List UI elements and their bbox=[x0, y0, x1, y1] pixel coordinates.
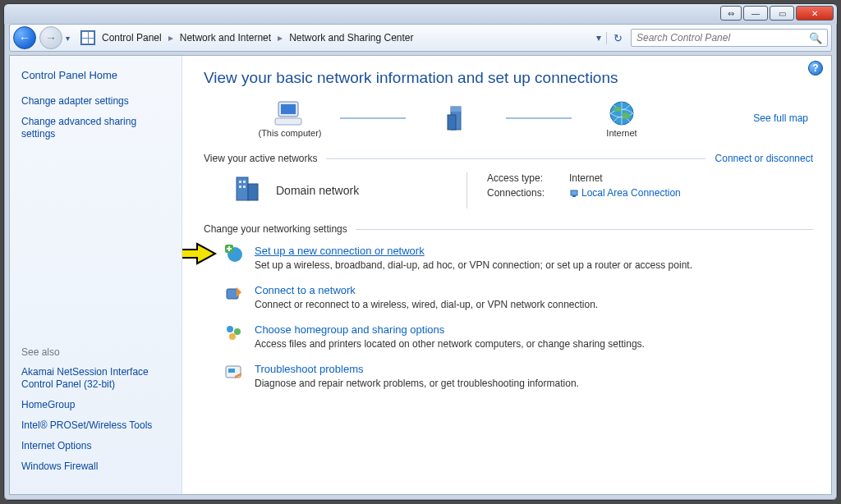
svg-rect-2 bbox=[275, 118, 301, 125]
setup-connection-icon bbox=[223, 243, 245, 264]
address-bar: ← → ▾ Control Panel ▸ Network and Intern… bbox=[9, 24, 832, 52]
task-link[interactable]: Connect to a network bbox=[255, 284, 356, 296]
task-link[interactable]: Choose homegroup and sharing options bbox=[255, 323, 444, 336]
map-node-this-computer[interactable]: (This computer) bbox=[245, 99, 335, 138]
troubleshoot-icon bbox=[223, 361, 245, 383]
arrow-left-icon: ← bbox=[19, 31, 30, 44]
map-node-internet[interactable]: Internet bbox=[577, 99, 667, 138]
lan-icon bbox=[569, 189, 579, 199]
seealso-intel-proset[interactable]: Intel® PROSet/Wireless Tools bbox=[21, 419, 170, 432]
globe-icon bbox=[604, 99, 640, 128]
active-networks-header: View your active networks Connect or dis… bbox=[204, 153, 813, 164]
svg-point-21 bbox=[227, 326, 233, 332]
forward-button[interactable]: → bbox=[39, 26, 62, 49]
network-map: (This computer) Internet See full map bbox=[245, 99, 813, 138]
task-desc: Set up a wireless, broadband, dial-up, a… bbox=[255, 259, 692, 271]
domain-network-icon bbox=[232, 172, 264, 208]
control-panel-home-link[interactable]: Control Panel Home bbox=[21, 69, 170, 82]
back-button[interactable]: ← bbox=[13, 26, 36, 49]
svg-rect-12 bbox=[243, 181, 246, 183]
node-label: (This computer) bbox=[258, 128, 321, 138]
svg-rect-5 bbox=[448, 115, 456, 130]
svg-rect-11 bbox=[239, 181, 241, 183]
network-name[interactable]: Domain network bbox=[276, 184, 359, 197]
page-title: View your basic network information and … bbox=[204, 69, 813, 87]
svg-rect-10 bbox=[248, 184, 258, 200]
task-link[interactable]: Set up a new connection or network bbox=[255, 245, 425, 257]
node-label: Internet bbox=[606, 128, 636, 138]
access-type-value: Internet bbox=[569, 172, 603, 184]
arrow-right-icon: → bbox=[45, 31, 57, 44]
task-connect-network[interactable]: Connect to a network Connect or reconnec… bbox=[223, 282, 813, 310]
search-icon[interactable]: 🔍 bbox=[809, 32, 822, 44]
see-full-map-link[interactable]: See full map bbox=[753, 112, 813, 124]
maximize-button[interactable]: ▭ bbox=[770, 6, 794, 21]
seealso-windows-firewall[interactable]: Windows Firewall bbox=[21, 460, 170, 473]
task-link[interactable]: Troubleshoot problems bbox=[255, 363, 363, 375]
computer-icon bbox=[272, 99, 308, 128]
task-desc: Connect or reconnect to a wireless, wire… bbox=[255, 299, 598, 310]
task-homegroup-sharing[interactable]: Choose homegroup and sharing options Acc… bbox=[223, 322, 813, 350]
highlight-arrow-icon bbox=[182, 241, 218, 269]
side-pane: Control Panel Home Change adapter settin… bbox=[10, 56, 182, 494]
server-icon bbox=[438, 103, 474, 133]
svg-point-8 bbox=[622, 112, 630, 119]
search-input[interactable] bbox=[636, 32, 809, 44]
access-type-label: Access type: bbox=[487, 172, 561, 184]
crumb-network-sharing-center[interactable]: Network and Sharing Center bbox=[286, 32, 416, 44]
svg-rect-25 bbox=[228, 369, 235, 373]
task-setup-connection[interactable]: Set up a new connection or network Set u… bbox=[223, 243, 813, 271]
main-pane: ? View your basic network information an… bbox=[182, 56, 831, 494]
svg-rect-15 bbox=[571, 190, 577, 195]
close-button[interactable]: ✕ bbox=[796, 6, 834, 21]
extra-button[interactable]: ⇔ bbox=[720, 6, 742, 21]
breadcrumb: Control Panel ▸ Network and Internet ▸ N… bbox=[99, 32, 417, 44]
connections-label: Connections: bbox=[487, 187, 561, 199]
change-settings-header: Change your networking settings bbox=[204, 223, 813, 235]
map-node-gateway[interactable] bbox=[411, 103, 501, 133]
map-connector bbox=[340, 117, 406, 119]
window-frame: ⇔ — ▭ ✕ ← → ▾ Control Panel ▸ Network an… bbox=[3, 3, 838, 501]
svg-rect-14 bbox=[243, 186, 246, 188]
task-desc: Access files and printers located on oth… bbox=[255, 338, 645, 350]
titlebar: ⇔ — ▭ ✕ bbox=[4, 4, 837, 24]
sidebar-link-adapter[interactable]: Change adapter settings bbox=[21, 95, 170, 108]
homegroup-icon bbox=[223, 322, 245, 343]
task-desc: Diagnose and repair network problems, or… bbox=[255, 378, 579, 389]
svg-rect-9 bbox=[237, 177, 248, 200]
help-icon[interactable]: ? bbox=[808, 61, 823, 76]
svg-marker-17 bbox=[182, 244, 215, 263]
task-troubleshoot[interactable]: Troubleshoot problems Diagnose and repai… bbox=[223, 361, 813, 389]
see-also-header: See also bbox=[21, 346, 170, 358]
sidebar-link-advanced-sharing[interactable]: Change advanced sharing settings bbox=[21, 116, 170, 140]
search-box[interactable]: 🔍 bbox=[631, 29, 828, 47]
history-dropdown[interactable]: ▾ bbox=[66, 34, 77, 43]
minimize-button[interactable]: — bbox=[743, 6, 768, 21]
address-dropdown[interactable]: ▾ bbox=[596, 32, 601, 44]
refresh-button[interactable]: ↻ bbox=[606, 32, 623, 44]
control-panel-icon bbox=[80, 30, 95, 45]
svg-rect-13 bbox=[239, 186, 241, 188]
svg-point-23 bbox=[229, 333, 236, 340]
seealso-homegroup[interactable]: HomeGroup bbox=[21, 399, 170, 411]
crumb-control-panel[interactable]: Control Panel bbox=[99, 32, 165, 44]
svg-point-7 bbox=[614, 107, 622, 112]
chevron-right-icon[interactable]: ▸ bbox=[274, 32, 286, 44]
task-list: Set up a new connection or network Set u… bbox=[204, 243, 813, 389]
connect-disconnect-link[interactable]: Connect or disconnect bbox=[715, 153, 813, 164]
section-title: Change your networking settings bbox=[204, 223, 347, 235]
seealso-akamai[interactable]: Akamai NetSession Interface Control Pane… bbox=[21, 366, 170, 391]
chevron-right-icon[interactable]: ▸ bbox=[165, 32, 177, 44]
crumb-network-and-internet[interactable]: Network and Internet bbox=[177, 32, 274, 44]
content-area: Control Panel Home Change adapter settin… bbox=[9, 55, 832, 495]
svg-rect-20 bbox=[227, 289, 238, 299]
svg-rect-16 bbox=[572, 195, 576, 197]
svg-rect-1 bbox=[281, 104, 296, 114]
seealso-internet-options[interactable]: Internet Options bbox=[21, 440, 170, 452]
svg-point-22 bbox=[234, 328, 241, 335]
map-connector bbox=[506, 117, 572, 119]
connect-network-icon bbox=[223, 282, 245, 304]
active-network-row: Domain network Access type:Internet Conn… bbox=[204, 172, 813, 208]
svg-rect-4 bbox=[451, 107, 461, 112]
connection-link[interactable]: Local Area Connection bbox=[581, 187, 681, 199]
